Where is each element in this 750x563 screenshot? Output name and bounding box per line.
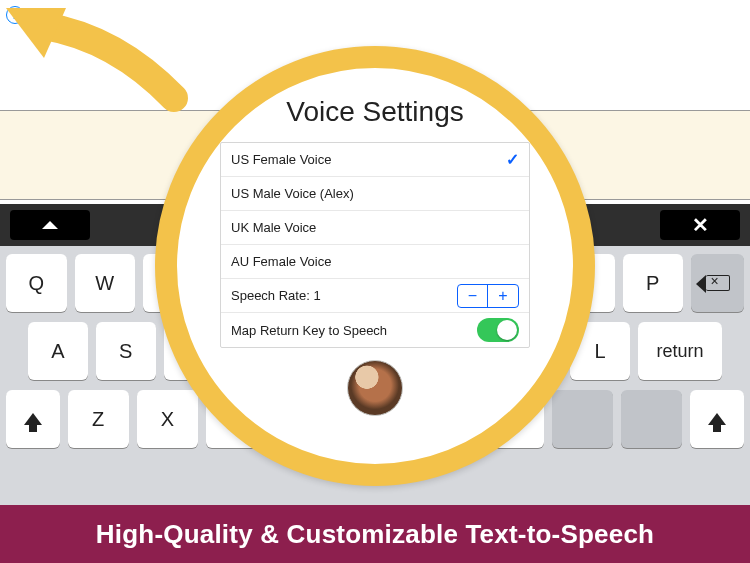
voice-option-label: UK Male Voice [231, 220, 316, 235]
magnifier-callout: Voice Settings US Female Voice ✓ US Male… [155, 46, 595, 486]
toolbar-up-button[interactable] [10, 210, 90, 240]
backspace-icon [706, 275, 730, 291]
key-z[interactable]: Z [68, 390, 129, 448]
key-x[interactable]: X [137, 390, 198, 448]
key-shift-left[interactable] [6, 390, 60, 448]
voice-option-au-female[interactable]: AU Female Voice [221, 245, 529, 279]
key-s[interactable]: S [96, 322, 156, 380]
voice-settings-popover: Voice Settings US Female Voice ✓ US Male… [177, 68, 573, 464]
voice-settings-title: Voice Settings [286, 96, 463, 128]
banner-text: High-Quality & Customizable Text-to-Spee… [96, 519, 654, 550]
key-q[interactable]: Q [6, 254, 67, 312]
speech-rate-label: Speech Rate: 1 [231, 288, 321, 303]
key-p[interactable]: P [623, 254, 684, 312]
avatar [347, 360, 403, 416]
key-delete[interactable] [691, 254, 744, 312]
marketing-banner: High-Quality & Customizable Text-to-Spee… [0, 505, 750, 563]
stepper-minus-button[interactable]: − [458, 285, 488, 307]
voice-option-label: AU Female Voice [231, 254, 331, 269]
key-w[interactable]: W [75, 254, 136, 312]
key-return[interactable]: return [638, 322, 722, 380]
chevron-up-icon [42, 221, 58, 229]
toggle-knob [497, 320, 517, 340]
key-extra-1[interactable] [552, 390, 613, 448]
shift-icon [708, 413, 726, 425]
checkmark-icon: ✓ [506, 150, 519, 169]
map-return-toggle[interactable] [477, 318, 519, 342]
key-shift-right[interactable] [690, 390, 744, 448]
speech-rate-stepper: − + [457, 284, 519, 308]
app-screenshot: i ✕ Q W E R T Y U I O P A S D F G [0, 0, 750, 563]
map-return-row: Map Return Key to Speech [221, 313, 529, 347]
speech-rate-row: Speech Rate: 1 − + [221, 279, 529, 313]
close-icon: ✕ [692, 213, 709, 237]
key-a[interactable]: A [28, 322, 88, 380]
voice-option-label: US Male Voice (Alex) [231, 186, 354, 201]
voice-settings-list: US Female Voice ✓ US Male Voice (Alex) U… [220, 142, 530, 348]
key-extra-2[interactable] [621, 390, 682, 448]
voice-option-uk-male[interactable]: UK Male Voice [221, 211, 529, 245]
stepper-plus-button[interactable]: + [488, 285, 518, 307]
info-icon[interactable]: i [6, 6, 24, 24]
shift-icon [24, 413, 42, 425]
voice-option-label: US Female Voice [231, 152, 331, 167]
voice-option-us-male[interactable]: US Male Voice (Alex) [221, 177, 529, 211]
voice-option-us-female[interactable]: US Female Voice ✓ [221, 143, 529, 177]
map-return-label: Map Return Key to Speech [231, 323, 387, 338]
toolbar-close-button[interactable]: ✕ [660, 210, 740, 240]
